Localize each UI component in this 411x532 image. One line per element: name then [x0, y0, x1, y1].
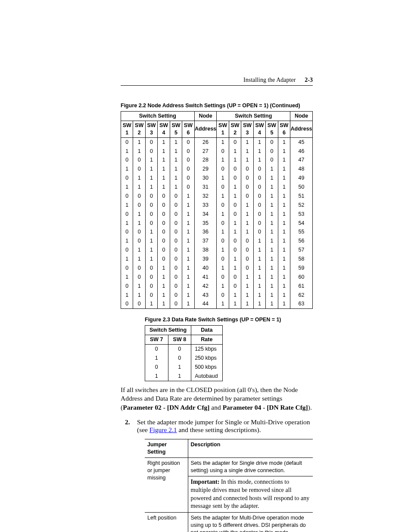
th-sw7: SW 7 — [145, 335, 168, 345]
th-data: Data — [191, 326, 223, 335]
jumper-right-desc1: Sets the adapter for Single drive mode (… — [188, 458, 313, 476]
table-row: 1011102900001148 — [121, 165, 313, 174]
page-number: 2-3 — [305, 77, 313, 83]
th-sw5-r: SW 5 — [266, 121, 278, 137]
table-row: 1100013501101154 — [121, 219, 313, 228]
th-node-right: Node — [290, 112, 313, 121]
node-address-table: Switch Setting Node Switch Setting Node … — [121, 111, 313, 309]
section-title: Installing the Adapter — [243, 77, 296, 83]
step-number: 2. — [125, 418, 130, 426]
jumper-left-desc: Sets the adapter for Multi-Drive operati… — [188, 513, 313, 532]
table-row: 1101102701110146 — [121, 147, 313, 156]
table-row: 0101102610110145 — [121, 137, 313, 146]
data-rate-table: Switch Setting Data SW 7 SW 8 Rate 00125… — [145, 325, 223, 381]
th-sw3-l: SW 3 — [145, 121, 157, 137]
th-switch-setting-left: Switch Setting — [121, 112, 195, 121]
figure-2-3-caption: Figure 2.3 Data Rate Switch Settings (UP… — [145, 317, 313, 323]
th-sw1-l: SW 1 — [121, 121, 133, 137]
table-row: 10250 kbps — [145, 354, 223, 363]
jumper-right-position: Right position or jumper missing — [145, 458, 188, 513]
jumper-right-important: Important: In this mode, connections to … — [188, 476, 313, 513]
th-addr-r: Address — [290, 121, 313, 137]
th-node-left: Node — [194, 112, 217, 121]
th-sw1-r: SW 1 — [217, 121, 229, 137]
th-sw4-l: SW 4 — [158, 121, 170, 137]
th-switch-setting-right: Switch Setting — [217, 112, 290, 121]
running-header: Installing the Adapter 2-3 — [243, 77, 313, 84]
figure-2-2-caption: Figure 2.2 Node Address Switch Settings … — [121, 103, 313, 109]
table-row: 0101014210111161 — [121, 282, 313, 291]
jumper-left-position: Left position — [145, 513, 188, 532]
header-rule — [121, 85, 313, 86]
figure-2-1-link[interactable]: Figure 2.1 — [149, 426, 177, 433]
table-row: 0011102811110147 — [121, 156, 313, 165]
th-switch-setting: Switch Setting — [145, 326, 191, 335]
table-row: 0111103010001149 — [121, 174, 313, 183]
th-sw3-r: SW 3 — [241, 121, 253, 137]
table-row: 00125 kbps — [145, 345, 223, 354]
th-sw4-r: SW 4 — [253, 121, 265, 137]
table-row: 01500 kbps — [145, 363, 223, 372]
table-row: 0000013211001151 — [121, 192, 313, 201]
th-sw6-l: SW 6 — [182, 121, 194, 137]
table-row: 1010013700011156 — [121, 236, 313, 246]
th-addr-l: Address — [194, 121, 217, 137]
table-row: 0010013611101155 — [121, 227, 313, 236]
table-row: 1111103101001150 — [121, 183, 313, 192]
table-row: 11Autobaud — [145, 372, 223, 381]
th-sw5-l: SW 5 — [170, 121, 182, 137]
table-row: 0011014411111163 — [121, 299, 313, 308]
table-row: 0110013810011157 — [121, 246, 313, 255]
table-row: 1000013300101152 — [121, 201, 313, 210]
jumper-setting-table: Jumper Setting Description Right positio… — [145, 439, 313, 532]
table-row: Left position Sets the adapter for Multi… — [145, 513, 313, 532]
table-row: 1110013901011158 — [121, 255, 313, 264]
th-description: Description — [188, 439, 313, 458]
table-row: 1001014100111160 — [121, 273, 313, 282]
table-row: 0100013410101153 — [121, 210, 313, 219]
th-sw2-l: SW 2 — [133, 121, 145, 137]
table-row: 0001014011011159 — [121, 264, 313, 273]
step-2: 2. Set the adapter mode jumper for Singl… — [133, 418, 313, 434]
th-sw6-r: SW 6 — [278, 121, 290, 137]
table-row: 1101014301111162 — [121, 291, 313, 300]
closed-position-paragraph: If all switches are in the CLOSED positi… — [121, 386, 313, 413]
th-sw8: SW 8 — [168, 335, 191, 345]
th-sw2-r: SW 2 — [229, 121, 241, 137]
th-rate: Rate — [191, 335, 223, 345]
table-row: Right position or jumper missing Sets th… — [145, 458, 313, 476]
th-jumper-setting: Jumper Setting — [145, 439, 188, 458]
